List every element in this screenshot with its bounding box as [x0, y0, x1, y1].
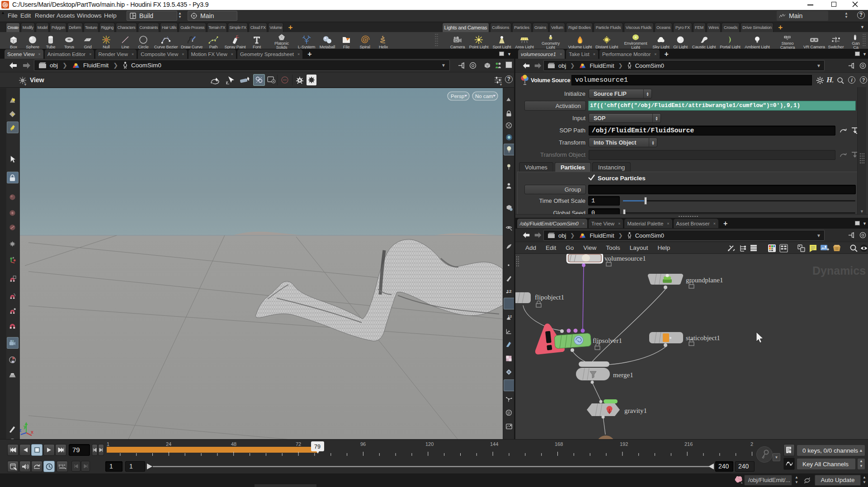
svg-text:144: 144 — [490, 441, 498, 447]
svg-text:volumesource1: volumesource1 — [604, 255, 646, 262]
svg-text:24: 24 — [166, 441, 171, 447]
svg-text:96: 96 — [360, 441, 366, 447]
svg-text:y: y — [24, 424, 27, 429]
svg-text:1: 1 — [107, 441, 109, 447]
svg-text:flipsolver1: flipsolver1 — [593, 337, 622, 344]
svg-text:Dynamics: Dynamics — [812, 264, 866, 277]
svg-text:192: 192 — [620, 441, 628, 447]
svg-text:merge1: merge1 — [613, 371, 633, 379]
svg-text:gravity1: gravity1 — [624, 407, 647, 414]
svg-text:72: 72 — [296, 441, 301, 447]
svg-text:48: 48 — [231, 441, 236, 447]
svg-text:168: 168 — [555, 441, 563, 447]
svg-text:x: x — [31, 429, 34, 435]
svg-text:216: 216 — [684, 441, 693, 447]
svg-text:79: 79 — [314, 444, 321, 450]
svg-text:z: z — [20, 427, 22, 433]
svg-text:flipobject1: flipobject1 — [535, 294, 564, 301]
svg-text:groundplane1: groundplane1 — [686, 276, 723, 284]
svg-text:120: 120 — [425, 441, 434, 447]
svg-text:Persp: Persp — [451, 94, 464, 99]
svg-text:staticobject1: staticobject1 — [686, 334, 720, 342]
svg-text:2: 2 — [750, 441, 753, 447]
svg-text:No cam: No cam — [475, 94, 493, 99]
